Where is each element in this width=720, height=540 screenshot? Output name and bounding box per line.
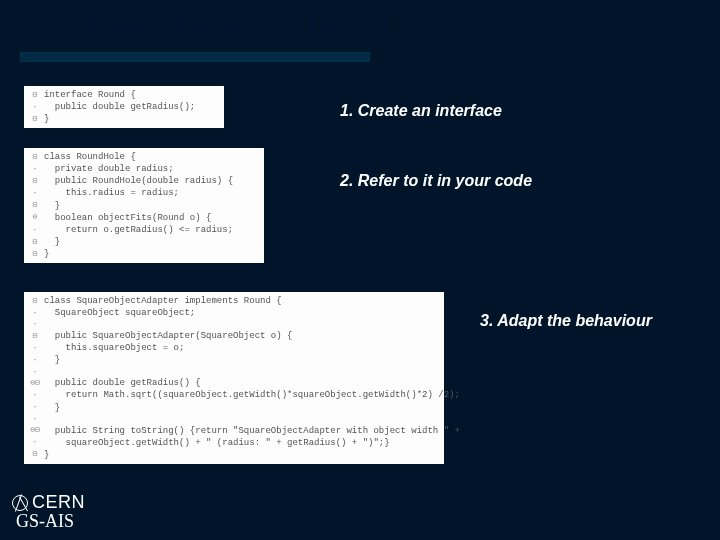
dept-name: GS-AIS [16, 511, 85, 532]
code-line: } [44, 449, 49, 461]
caption-step3: 3. Adapt the behaviour [480, 312, 652, 330]
code-line: } [44, 200, 60, 212]
code-line: return o.getRadius() <= radius; [44, 224, 233, 236]
code-line: public RoundHole(double radius) { [44, 175, 233, 187]
code-block-interface: ⊟interface Round { · public double getRa… [24, 86, 224, 128]
code-line: } [44, 248, 49, 260]
code-line: squareObject.getWidth() + " (radius: " +… [44, 437, 390, 449]
org-name: CERN [32, 492, 85, 513]
code-line: public SquareObjectAdapter(SquareObject … [44, 330, 292, 342]
code-line: SquareObject squareObject; [44, 307, 195, 319]
code-line: return Math.sqrt((squareObject.getWidth(… [44, 389, 460, 401]
code-line: this.radius = radius; [44, 187, 179, 199]
code-line: } [44, 402, 60, 414]
slide-title: Adapter Pattern in Java (1) [60, 8, 405, 45]
code-line: public double getRadius(); [44, 101, 195, 113]
caption-step1: 1. Create an interface [340, 102, 502, 120]
code-line: private double radius; [44, 163, 174, 175]
code-line: } [44, 354, 60, 366]
caption-step2: 2. Refer to it in your code [340, 172, 532, 190]
title-underline [20, 52, 370, 62]
code-line: public double getRadius() { [44, 377, 201, 389]
cern-logo-icon [12, 495, 28, 511]
code-block-roundhole: ⊟class RoundHole { · private double radi… [24, 148, 264, 263]
code-line: boolean objectFits(Round o) { [44, 212, 211, 224]
code-line: interface Round { [44, 89, 136, 101]
code-line: class SquareObjectAdapter implements Rou… [44, 295, 282, 307]
code-line: } [44, 113, 49, 125]
code-line: this.squareObject = o; [44, 342, 184, 354]
code-line: class RoundHole { [44, 151, 136, 163]
code-block-adapter: ⊟class SquareObjectAdapter implements Ro… [24, 292, 444, 464]
code-line: public String toString() {return "Square… [44, 425, 460, 437]
footer-logo: CERN GS-AIS [12, 492, 85, 532]
code-line: } [44, 236, 60, 248]
